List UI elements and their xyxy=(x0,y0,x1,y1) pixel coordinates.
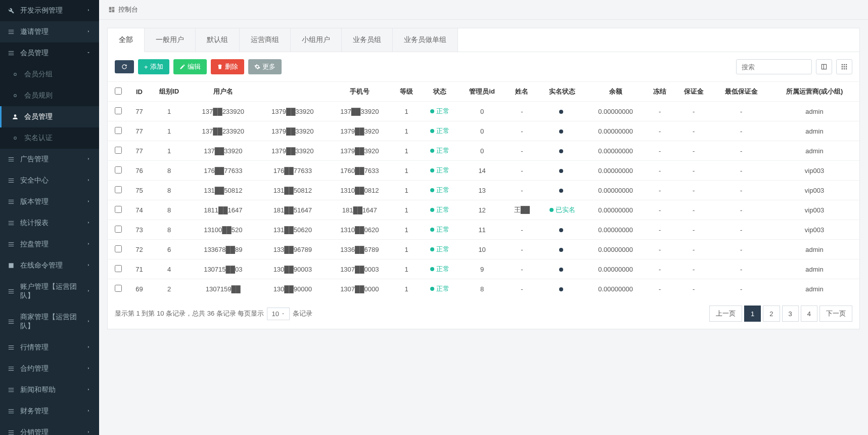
list-icon xyxy=(7,287,15,295)
cell-freeze: - xyxy=(645,220,674,240)
table-row: 77 1 137██233920 1379██33920 1379██3920 … xyxy=(108,121,859,141)
page-4[interactable]: 4 xyxy=(801,306,817,322)
col-12: 冻结 xyxy=(645,82,674,102)
cell-adminid: 10 xyxy=(459,240,506,259)
cell-name: - xyxy=(506,161,539,181)
more-button[interactable]: 更多 xyxy=(248,59,282,74)
tab-2[interactable]: 默认组 xyxy=(196,28,240,52)
cell-id: 73 xyxy=(128,220,150,240)
cell-c4: 181██51647 xyxy=(258,200,327,220)
status-dot-icon xyxy=(430,247,434,251)
tab-0[interactable]: 全部 xyxy=(108,28,145,52)
tab-1[interactable]: 一般用户 xyxy=(145,28,196,52)
page-2[interactable]: 2 xyxy=(763,306,780,322)
col-checkbox xyxy=(108,82,128,102)
cell-deposit: - xyxy=(674,141,713,161)
row-checkbox[interactable] xyxy=(115,127,122,134)
tab-5[interactable]: 业务员组 xyxy=(342,28,393,52)
cell-gid: 8 xyxy=(150,200,189,220)
edit-button[interactable]: 编辑 xyxy=(173,59,207,74)
sidebar-item-9[interactable]: 账户管理【运营团队】 xyxy=(0,276,99,307)
page-prev[interactable]: 上一页 xyxy=(709,306,742,322)
tab-6[interactable]: 业务员做单组 xyxy=(393,28,458,52)
row-checkbox[interactable] xyxy=(115,285,122,292)
list-icon xyxy=(7,428,15,435)
status-dot-icon xyxy=(559,287,563,291)
sidebar-item-0[interactable]: 开发示例管理 xyxy=(0,0,99,21)
cell-level: 1 xyxy=(392,220,421,240)
sidebar-item-4[interactable]: 安全中心 xyxy=(0,170,99,191)
sidebar-item-7[interactable]: 控盘管理 xyxy=(0,234,99,255)
sidebar-item-3[interactable]: 广告管理 xyxy=(0,149,99,170)
cell-freeze: - xyxy=(645,121,674,141)
cell-name: - xyxy=(506,259,539,279)
cell-balance: 0.00000000 xyxy=(586,200,645,220)
select-all-checkbox[interactable] xyxy=(115,88,122,95)
row-checkbox[interactable] xyxy=(115,206,122,213)
col-5: 手机号 xyxy=(328,82,392,102)
grid-button[interactable] xyxy=(836,59,852,74)
cell-freeze: - xyxy=(645,161,674,181)
row-checkbox[interactable] xyxy=(115,245,122,252)
sidebar-item-5[interactable]: 版本管理 xyxy=(0,191,99,212)
sidebar-label: 统计报表 xyxy=(20,219,86,228)
page-next[interactable]: 下一页 xyxy=(819,306,852,322)
sidebar-label: 分销管理 xyxy=(20,428,86,435)
col-7: 状态 xyxy=(421,82,459,102)
cell-name: - xyxy=(506,240,539,259)
sidebar-item-6[interactable]: 统计报表 xyxy=(0,212,99,234)
chevron-right-icon xyxy=(86,288,92,294)
refresh-button[interactable] xyxy=(115,60,134,73)
search-input[interactable] xyxy=(736,59,812,74)
add-button[interactable]: + 添加 xyxy=(138,59,169,74)
status-dot-icon xyxy=(559,268,563,272)
cell-status: 正常 xyxy=(421,102,459,121)
sidebar-subitem-1[interactable]: 会员规则 xyxy=(0,85,99,106)
cell-freeze: - xyxy=(645,259,674,279)
page-1[interactable]: 1 xyxy=(744,306,761,322)
cell-balance: 0.00000000 xyxy=(586,102,645,121)
cell-balance: 0.00000000 xyxy=(586,279,645,299)
list-icon xyxy=(7,155,15,163)
cell-id: 74 xyxy=(128,200,150,220)
cell-phone: 137██33920 xyxy=(328,102,392,121)
status-dot-icon xyxy=(559,169,563,173)
cell-deposit: - xyxy=(674,181,713,200)
cell-mindeposit: - xyxy=(713,141,769,161)
tab-4[interactable]: 小组用户 xyxy=(291,28,342,52)
sidebar-subitem-3[interactable]: 实名认证 xyxy=(0,127,99,149)
sidebar-item-1[interactable]: 邀请管理 xyxy=(0,21,99,42)
page-size-select[interactable]: 10 xyxy=(267,308,289,320)
sidebar-subitem-2[interactable]: 会员管理 xyxy=(0,106,99,127)
row-checkbox[interactable] xyxy=(115,166,122,173)
row-checkbox[interactable] xyxy=(115,265,122,272)
cell-mindeposit: - xyxy=(713,220,769,240)
list-icon xyxy=(7,343,15,352)
cell-freeze: - xyxy=(645,279,674,299)
cell-realname xyxy=(538,240,586,259)
row-checkbox[interactable] xyxy=(115,226,122,233)
cell-owner: vip003 xyxy=(769,200,859,220)
cell-username: 13100██520 xyxy=(189,220,258,240)
cell-owner: vip003 xyxy=(769,161,859,181)
sidebar-item-10[interactable]: 商家管理【运营团队】 xyxy=(0,307,99,337)
row-checkbox[interactable] xyxy=(115,107,122,114)
row-checkbox[interactable] xyxy=(115,186,122,193)
sidebar-item-8[interactable]: 在线命令管理 xyxy=(0,255,99,276)
tab-3[interactable]: 运营商组 xyxy=(240,28,291,52)
sidebar-subitem-0[interactable]: 会员分组 xyxy=(0,64,99,85)
cell-balance: 0.00000000 xyxy=(586,181,645,200)
sidebar-item-2[interactable]: 会员管理 xyxy=(0,42,99,64)
col-13: 保证金 xyxy=(674,82,713,102)
sidebar-item-12[interactable]: 合约管理 xyxy=(0,358,99,379)
page-3[interactable]: 3 xyxy=(782,306,799,322)
sidebar-label: 广告管理 xyxy=(20,155,86,164)
columns-button[interactable] xyxy=(816,59,832,74)
delete-button[interactable]: 删除 xyxy=(211,59,244,74)
cell-username: 130715██03 xyxy=(189,259,258,279)
sidebar-item-13[interactable]: 新闻和帮助 xyxy=(0,379,99,401)
sidebar-item-11[interactable]: 行情管理 xyxy=(0,337,99,358)
row-checkbox[interactable] xyxy=(115,147,122,154)
sidebar-item-15[interactable]: 分销管理 xyxy=(0,422,99,435)
sidebar-item-14[interactable]: 财务管理 xyxy=(0,401,99,422)
